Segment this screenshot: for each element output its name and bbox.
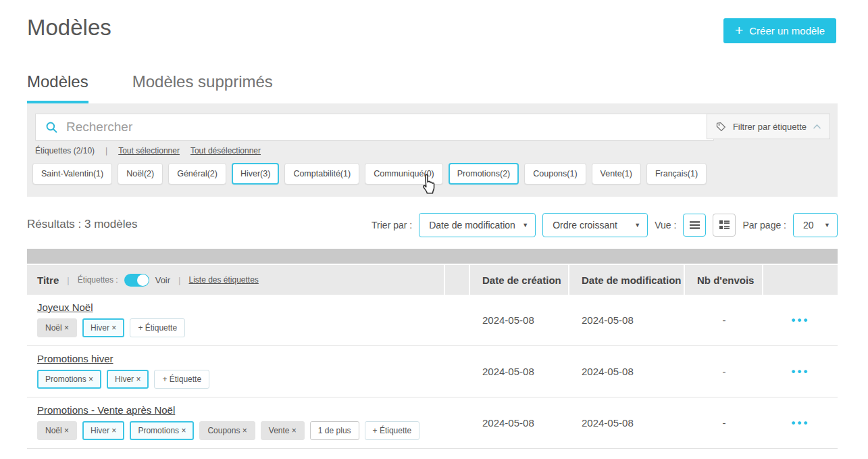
- list-view-icon: [689, 220, 700, 230]
- chevron-up-icon: [813, 124, 821, 130]
- template-title-link[interactable]: Promotions - Vente après Noël: [37, 404, 175, 416]
- modified-column-header: Date de modification: [582, 274, 682, 286]
- sort-select-value: Date de modification: [429, 220, 515, 231]
- row-created-date: 2024-05-08: [482, 314, 534, 326]
- add-tag-button[interactable]: + Étiquette: [154, 370, 209, 389]
- row-tag-chip[interactable]: Vente ×: [261, 421, 305, 440]
- row-tag-chip[interactable]: Coupons ×: [199, 421, 255, 440]
- tab-models[interactable]: Modèles: [27, 72, 88, 103]
- filter-tag-chip[interactable]: Saint-Valentin(1): [32, 163, 112, 185]
- row-sends-cell: -: [685, 346, 763, 397]
- create-model-button[interactable]: + Créer un modèle: [723, 18, 836, 43]
- created-column-header: Date de création: [482, 274, 561, 286]
- deselect-all-link[interactable]: Tout désélectionner: [190, 146, 261, 155]
- row-tag-chip[interactable]: Hiver ×: [107, 370, 149, 389]
- filter-tag-chip[interactable]: Comptabilité(1): [284, 163, 359, 185]
- list-view-button[interactable]: [683, 214, 706, 237]
- header-cell-created: Date de création: [470, 265, 569, 295]
- dropdown-arrow-icon: ▼: [634, 222, 640, 228]
- search-input[interactable]: [65, 119, 713, 135]
- templates-table: Titre | Étiquettes : Voir | Liste des ét…: [27, 249, 838, 449]
- row-tag-chip[interactable]: Promotions ×: [37, 370, 101, 389]
- template-title-link[interactable]: Promotions hiver: [37, 353, 113, 364]
- row-tag-chip[interactable]: Hiver ×: [82, 318, 124, 337]
- filter-tag-chip[interactable]: Noël(2): [118, 163, 163, 185]
- dropdown-arrow-icon: ▼: [522, 222, 528, 228]
- row-actions-cell: •••: [763, 346, 838, 397]
- row-modified-date: 2024-05-08: [582, 366, 634, 377]
- filter-tag-chip[interactable]: Vente(1): [592, 163, 641, 185]
- page-title: Modèles: [27, 15, 111, 41]
- order-select-value: Ordre croissant: [553, 220, 617, 231]
- row-tags: Promotions ×Hiver ×+ Étiquette: [37, 370, 445, 389]
- tag-list-link[interactable]: Liste des étiquettes: [188, 275, 258, 285]
- row-tag-chip[interactable]: Promotions ×: [130, 421, 194, 440]
- row-menu-button[interactable]: •••: [792, 416, 810, 430]
- row-actions-cell: •••: [763, 295, 838, 345]
- filter-by-tag-label: Filtrer par étiquette: [733, 122, 807, 132]
- per-page-value: 20: [803, 220, 814, 231]
- filter-tag-chip[interactable]: Promotions(2): [449, 163, 519, 185]
- sort-label: Trier par :: [372, 220, 412, 231]
- add-tag-button[interactable]: + Étiquette: [365, 421, 420, 440]
- separator: |: [105, 146, 107, 155]
- filter-tag-chip[interactable]: Français(1): [646, 163, 707, 185]
- row-modified-date: 2024-05-08: [582, 417, 634, 429]
- filter-tag-chip[interactable]: Hiver(3): [232, 163, 279, 185]
- table-header-row: Titre | Étiquettes : Voir | Liste des ét…: [27, 265, 838, 295]
- filter-tag-chip[interactable]: Coupons(1): [524, 163, 586, 185]
- row-tag-chip[interactable]: Noël ×: [37, 421, 77, 440]
- results-count: Résultats : 3 modèles: [27, 218, 137, 231]
- select-all-link[interactable]: Tout sélectionner: [118, 146, 180, 155]
- add-tag-button[interactable]: + Étiquette: [130, 318, 185, 337]
- filter-tag-chip[interactable]: Général(2): [168, 163, 226, 185]
- row-title-cell: Joyeux NoëlNoël ×Hiver ×+ Étiquette: [27, 295, 445, 345]
- row-actions-cell: •••: [763, 397, 838, 448]
- row-sends-cell: -: [685, 295, 763, 345]
- filter-tag-chip[interactable]: Communiqué(0): [365, 163, 443, 185]
- view-label: Vue :: [655, 220, 676, 231]
- table-top-strip: [27, 249, 838, 264]
- search-icon: [45, 121, 58, 134]
- per-page-select[interactable]: 20 ▼: [793, 213, 838, 237]
- list-controls: Trier par : Date de modification ▼ Ordre…: [372, 212, 838, 237]
- row-menu-button[interactable]: •••: [792, 365, 810, 379]
- table-row: Promotions hiverPromotions ×Hiver ×+ Éti…: [27, 346, 838, 397]
- row-tags: Noël ×Hiver ×Promotions ×Coupons ×Vente …: [37, 421, 445, 440]
- row-menu-button[interactable]: •••: [792, 314, 810, 327]
- table-body: Joyeux NoëlNoël ×Hiver ×+ Étiquette2024-…: [27, 295, 838, 449]
- row-tag-chip[interactable]: Noël ×: [37, 318, 77, 337]
- sort-select[interactable]: Date de modification ▼: [419, 213, 536, 237]
- separator: |: [67, 275, 69, 285]
- plus-icon: +: [735, 23, 743, 37]
- per-page-label: Par page :: [742, 220, 786, 231]
- row-tags: Noël ×Hiver ×+ Étiquette: [37, 318, 445, 337]
- order-select[interactable]: Ordre croissant ▼: [542, 213, 648, 237]
- row-created-date-cell: 2024-05-08: [470, 397, 569, 448]
- search-bar: [35, 114, 714, 141]
- tag-icon: [715, 121, 727, 132]
- tab-deleted-models[interactable]: Modèles supprimés: [132, 72, 273, 103]
- table-row: Promotions - Vente après NoëlNoël ×Hiver…: [27, 397, 838, 449]
- card-view-button[interactable]: [713, 214, 736, 237]
- row-created-date: 2024-05-08: [482, 366, 534, 377]
- title-column-header: Titre: [37, 274, 59, 286]
- row-tag-chip[interactable]: Hiver ×: [82, 421, 124, 440]
- table-row: Joyeux NoëlNoël ×Hiver ×+ Étiquette2024-…: [27, 295, 838, 346]
- tag-filter-links: Étiquettes (2/10) | Tout sélectionner To…: [35, 146, 261, 155]
- toggle-state-label: Voir: [155, 275, 170, 285]
- card-view-icon: [719, 220, 730, 230]
- row-spacer-cell: [445, 397, 470, 448]
- row-sends-cell: -: [685, 397, 763, 448]
- filter-by-tag-button[interactable]: Filtrer par étiquette: [707, 114, 830, 139]
- tags-summary: Étiquettes (2/10): [35, 146, 95, 155]
- row-title-cell: Promotions - Vente après NoëlNoël ×Hiver…: [27, 397, 445, 448]
- toggle-knob: [137, 274, 149, 286]
- row-modified-date: 2024-05-08: [582, 314, 634, 326]
- show-tags-toggle[interactable]: [124, 274, 149, 287]
- header-cell-spacer: [445, 265, 470, 295]
- more-tags-chip[interactable]: 1 de plus: [310, 421, 359, 440]
- row-spacer-cell: [445, 346, 470, 397]
- tab-bar: Modèles Modèles supprimés: [27, 72, 273, 103]
- template-title-link[interactable]: Joyeux Noël: [37, 301, 93, 313]
